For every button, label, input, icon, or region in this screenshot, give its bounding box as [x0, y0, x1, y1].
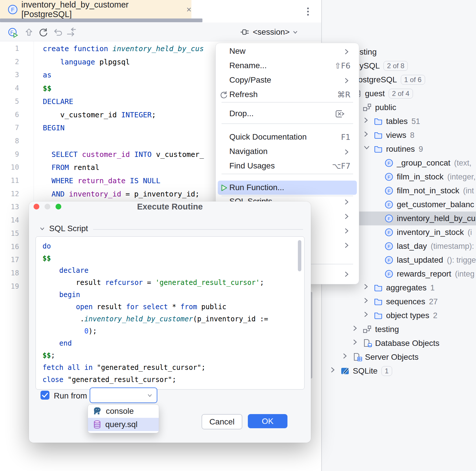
session-label: <session> — [253, 27, 290, 37]
tree-label: SQLite — [353, 366, 378, 376]
menu-item-rename[interactable]: Rename...⇧F6 — [218, 59, 357, 73]
tree-params: (): trigge — [447, 256, 476, 265]
option-query-sql[interactable]: query.sql — [88, 418, 159, 431]
ok-button[interactable]: OK — [248, 414, 287, 428]
run-from-dropdown[interactable] — [90, 387, 157, 403]
tab-close-icon[interactable]: × — [186, 5, 191, 14]
commit-upload-icon[interactable] — [24, 27, 34, 37]
menu-item-label: Navigation — [229, 147, 267, 156]
line-number: 17 — [0, 253, 19, 267]
line-number: 4 — [0, 82, 19, 95]
menu-item-drop[interactable]: Drop... — [218, 107, 357, 121]
tree-row-object-types[interactable]: object types2 — [322, 309, 476, 322]
code-line: SELECT customer_id INTO v_customer_ — [43, 148, 204, 161]
menu-item-refresh[interactable]: Refresh⌘R — [218, 88, 357, 102]
execute-routine-dialog: Execute Routine SQL Script do$$ declare … — [29, 201, 311, 443]
tree-params: (integ — [455, 270, 475, 279]
tree-chevron-right-icon[interactable] — [353, 325, 361, 334]
script-line: declare — [43, 264, 268, 277]
svg-text:F: F — [388, 230, 390, 235]
tab-inventory-held-by-customer[interactable]: F inventory_held_by_customer [PostgreSQL… — [0, 0, 191, 19]
tree-label: testing — [375, 325, 399, 334]
line-number: 9 — [0, 148, 19, 161]
tree-chevron-right-icon[interactable] — [330, 367, 339, 375]
tree-chevron-right-icon[interactable] — [364, 311, 372, 320]
tree-chevron-right-icon[interactable] — [353, 339, 361, 348]
tree-label: film_not_in_stock — [397, 186, 459, 195]
script-line: $$ — [43, 252, 268, 264]
tree-row-sqlite[interactable]: SQLite1 — [322, 364, 476, 378]
refresh-toolbar-icon[interactable] — [38, 27, 49, 38]
cancel-button[interactable]: Cancel — [202, 414, 242, 429]
sql-script-editor[interactable]: do$$ declare result refcursor = 'generat… — [36, 236, 305, 390]
line-number: 7 — [0, 121, 19, 135]
func-icon: F — [385, 242, 393, 251]
menu-item-navigation[interactable]: Navigation — [218, 144, 357, 159]
jump-to-source-icon[interactable] — [66, 27, 77, 38]
refresh-icon — [219, 90, 228, 99]
run-function-toolbar-icon[interactable]: F — [8, 27, 19, 38]
tree-label: tables — [386, 117, 408, 126]
menu-item-find-usages[interactable]: Find Usages⌥F7 — [218, 159, 357, 173]
tree-label: routines — [386, 144, 415, 154]
menu-item-label: Refresh — [229, 90, 258, 99]
tree-label: last_day — [397, 242, 427, 251]
folder-icon — [374, 283, 383, 292]
func-icon: F — [385, 256, 393, 264]
session-selector[interactable]: <session> — [240, 27, 298, 37]
tree-label: views — [386, 131, 406, 140]
tree-row-sequences[interactable]: sequences27 — [322, 295, 476, 309]
svg-text:F: F — [388, 244, 390, 249]
code-line: FROM rental — [43, 161, 204, 174]
tree-chevron-right-icon[interactable] — [364, 297, 372, 306]
code-line: create function inventory_held_by_cus — [43, 42, 204, 55]
run-from-checkbox[interactable] — [40, 391, 49, 400]
tree-count: 51 — [412, 117, 420, 126]
svg-text:F: F — [388, 161, 390, 166]
menu-item-copy-paste[interactable]: Copy/Paste — [218, 73, 357, 87]
tree-count: 2 — [433, 311, 437, 320]
func-icon: F — [385, 270, 393, 278]
submenu-chevron-icon — [344, 77, 348, 83]
menu-item-new[interactable]: New — [218, 44, 357, 58]
editor-more-options-icon[interactable] — [307, 8, 309, 9]
menu-item-label: Find Usages — [229, 161, 275, 170]
fileserver-icon — [353, 353, 361, 361]
tree-row-testing[interactable]: testing — [322, 322, 476, 336]
tree-label: last_updated — [397, 255, 443, 265]
menu-separator — [222, 174, 353, 174]
menu-item-quick-documentation[interactable]: Quick DocumentationF1 — [218, 130, 357, 144]
tree-row-server-objects[interactable]: Server Objects — [322, 350, 476, 364]
script-line: 0); — [43, 325, 268, 337]
sqlite-icon — [341, 367, 349, 375]
tree-chevron-right-icon[interactable] — [364, 283, 372, 292]
submenu-chevron-icon — [344, 271, 348, 277]
undo-icon[interactable] — [53, 27, 63, 38]
menu-item-label: Drop... — [229, 109, 254, 118]
line-number: 14 — [0, 214, 19, 227]
script-scrollbar[interactable] — [298, 240, 301, 271]
tree-chevron-right-icon[interactable] — [342, 353, 351, 361]
folder-icon — [374, 145, 383, 153]
sql-script-label: SQL Script — [49, 224, 88, 233]
tree-label: inventory_in_stock — [397, 228, 464, 237]
sql-script-section-toggle[interactable]: SQL Script — [39, 224, 88, 233]
tree-row-database-objects[interactable]: Database Objects — [322, 336, 476, 350]
svg-text:F: F — [10, 30, 13, 35]
tree-chevron-right-icon[interactable] — [364, 131, 372, 140]
svg-text:F: F — [388, 216, 390, 221]
editor-code-area[interactable]: create function inventory_held_by_cus la… — [43, 42, 204, 201]
tree-chevron-down-icon[interactable] — [364, 145, 372, 153]
option-console[interactable]: console — [88, 405, 159, 418]
active-tab-underline — [0, 18, 202, 22]
menu-shortcut: ⇧F6 — [335, 61, 350, 70]
script-line: begin — [43, 289, 268, 301]
script-line: do — [43, 240, 268, 252]
menu-separator — [222, 102, 353, 103]
tree-label: Server Objects — [365, 353, 418, 362]
tree-chevron-right-icon[interactable] — [364, 117, 372, 126]
menu-item-run-function[interactable]: Run Function... — [218, 181, 357, 195]
tree-label: _group_concat — [397, 158, 450, 168]
tree-params: (text, — [454, 159, 471, 168]
code-line: BEGIN — [43, 121, 204, 135]
